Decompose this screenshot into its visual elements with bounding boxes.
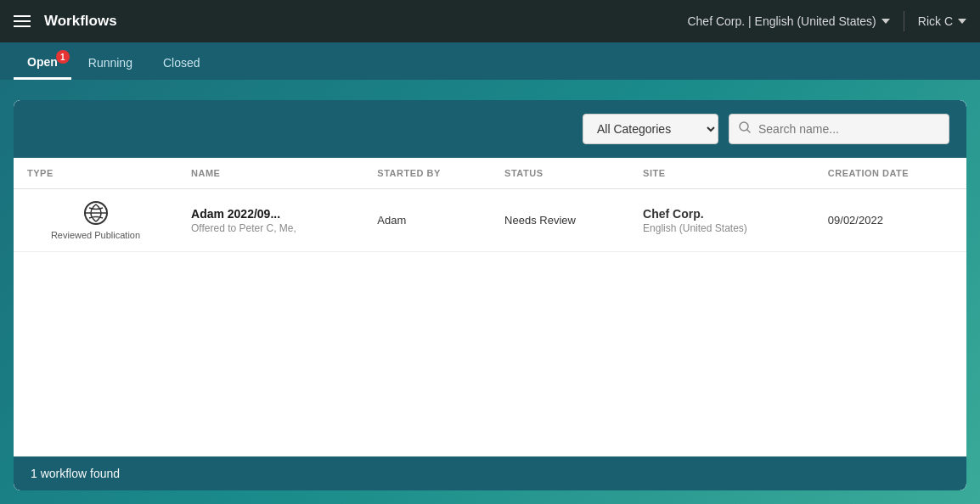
tab-open-badge: 1 bbox=[56, 50, 70, 64]
search-input[interactable] bbox=[758, 122, 940, 136]
tab-running-label: Running bbox=[88, 56, 132, 70]
tab-closed-label: Closed bbox=[163, 56, 200, 70]
col-started-by: STARTED BY bbox=[363, 158, 491, 189]
content-card: All Categories TYPE NAME bbox=[14, 100, 966, 490]
row-site-primary: Chef Corp. bbox=[643, 207, 801, 221]
tab-open-label: Open bbox=[27, 55, 58, 69]
cell-name: Adam 2022/09... Offered to Peter C, Me, bbox=[177, 189, 363, 252]
user-label: Rick C bbox=[918, 14, 953, 28]
col-creation-date: CREATION DATE bbox=[814, 158, 966, 189]
col-site: SITE bbox=[629, 158, 814, 189]
filter-bar: All Categories bbox=[14, 100, 966, 158]
workflow-count: 1 workflow found bbox=[31, 467, 120, 480]
user-menu[interactable]: Rick C bbox=[918, 14, 966, 28]
col-type: TYPE bbox=[14, 158, 177, 189]
tabbar: Open 1 Running Closed bbox=[0, 42, 980, 80]
cell-site: Chef Corp. English (United States) bbox=[629, 189, 814, 252]
topbar: Workflows Chef Corp. | English (United S… bbox=[0, 0, 980, 42]
search-icon bbox=[738, 120, 752, 137]
main-wrapper: All Categories TYPE NAME bbox=[0, 80, 980, 504]
search-box bbox=[729, 114, 949, 144]
user-chevron-icon bbox=[958, 19, 966, 24]
tab-closed[interactable]: Closed bbox=[149, 48, 214, 80]
row-name-primary: Adam 2022/09... bbox=[191, 207, 350, 221]
org-label: Chef Corp. | English (United States) bbox=[687, 14, 876, 28]
org-chevron-icon bbox=[881, 19, 890, 24]
row-name-secondary: Offered to Peter C, Me, bbox=[191, 222, 350, 234]
tab-open[interactable]: Open 1 bbox=[14, 47, 71, 80]
tab-running[interactable]: Running bbox=[75, 48, 146, 80]
table-container: TYPE NAME STARTED BY STATUS SITE CREATIO… bbox=[14, 158, 966, 456]
col-name: NAME bbox=[177, 158, 363, 189]
app-title: Workflows bbox=[44, 13, 687, 30]
cell-type: Reviewed Publication bbox=[14, 189, 177, 252]
card-footer: 1 workflow found bbox=[14, 456, 966, 490]
row-site-secondary: English (United States) bbox=[643, 222, 801, 234]
col-status: STATUS bbox=[491, 158, 629, 189]
org-selector[interactable]: Chef Corp. | English (United States) bbox=[687, 14, 889, 28]
cell-status: Needs Review bbox=[491, 189, 629, 252]
hamburger-menu[interactable] bbox=[14, 15, 31, 27]
topbar-divider bbox=[904, 11, 904, 31]
cell-started-by: Adam bbox=[363, 189, 491, 252]
table-header-row: TYPE NAME STARTED BY STATUS SITE CREATIO… bbox=[14, 158, 966, 189]
table-row[interactable]: Reviewed Publication Adam 2022/09... Off… bbox=[14, 189, 966, 252]
cell-creation-date: 09/02/2022 bbox=[814, 189, 966, 252]
reviewed-publication-icon bbox=[82, 199, 110, 227]
svg-line-1 bbox=[747, 130, 751, 133]
type-label: Reviewed Publication bbox=[51, 230, 140, 241]
workflows-table: TYPE NAME STARTED BY STATUS SITE CREATIO… bbox=[14, 158, 966, 252]
category-select[interactable]: All Categories bbox=[583, 114, 718, 144]
